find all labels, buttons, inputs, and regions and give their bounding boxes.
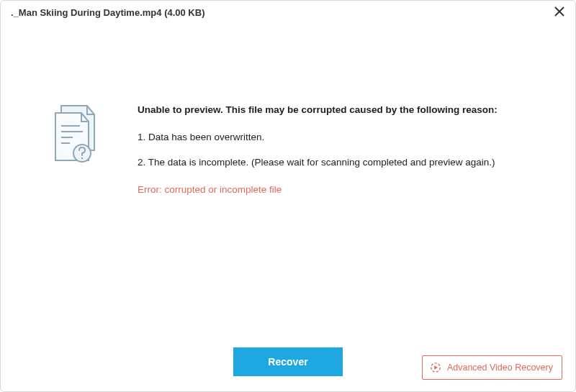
close-button[interactable] [551, 4, 568, 21]
file-size: (4.00 KB) [164, 7, 204, 18]
reason-1: 1. Data has been overwritten. [138, 130, 554, 145]
svg-marker-9 [434, 365, 438, 370]
titlebar: ._Man Skiing During Daytime.mp4 (4.00 KB… [1, 1, 575, 24]
close-icon [554, 6, 564, 19]
illustration-column [44, 103, 109, 341]
message-column: Unable to preview. This file may be corr… [138, 103, 554, 341]
heading-text: Unable to preview. This file may be corr… [138, 103, 554, 117]
footer: Recover Advanced Video Recovery [1, 341, 575, 391]
advanced-button-label: Advanced Video Recovery [447, 363, 553, 373]
error-text: Error: corrupted or incomplete file [138, 183, 554, 197]
svg-point-7 [81, 158, 84, 160]
file-name: ._Man Skiing During Daytime.mp4 [11, 7, 162, 18]
content-area: Unable to preview. This file may be corr… [1, 24, 575, 341]
video-repair-icon [430, 362, 441, 373]
advanced-video-recovery-button[interactable]: Advanced Video Recovery [422, 355, 562, 380]
corrupted-document-icon [48, 103, 104, 172]
recover-button[interactable]: Recover [233, 347, 342, 376]
dialog-window: ._Man Skiing During Daytime.mp4 (4.00 KB… [0, 0, 576, 392]
reason-2: 2. The data is incomplete. (Please wait … [138, 155, 554, 170]
